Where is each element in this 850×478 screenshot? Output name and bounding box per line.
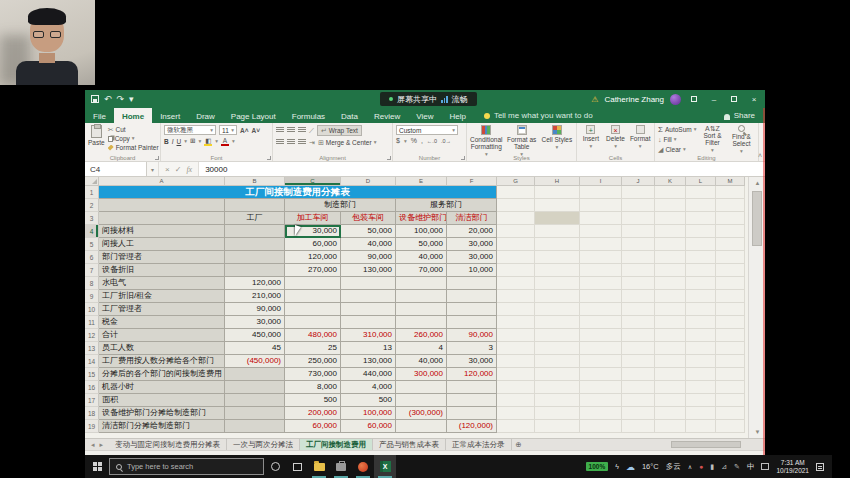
cell-h10[interactable]: [535, 303, 580, 316]
wrap-text-button[interactable]: ↵Wrap Text: [317, 125, 362, 136]
cell-d13[interactable]: 13: [341, 342, 396, 355]
number-format-select[interactable]: Custom▾: [396, 125, 458, 135]
row-header-7[interactable]: 7: [85, 264, 99, 277]
cortana-button[interactable]: [264, 455, 286, 478]
cell-l16[interactable]: [686, 381, 716, 394]
cell-l19[interactable]: [686, 420, 716, 433]
cell-d17[interactable]: 500: [341, 394, 396, 407]
cell-k10[interactable]: [655, 303, 686, 316]
fill-button[interactable]: ↓Fill▾: [658, 135, 696, 144]
row-header-16[interactable]: 16: [85, 381, 99, 394]
cell-m5[interactable]: [716, 238, 745, 251]
cell-g11[interactable]: [497, 316, 535, 329]
new-sheet-button[interactable]: ⊕: [512, 439, 526, 450]
cell-g18[interactable]: [497, 407, 535, 420]
ribbon-tab-view[interactable]: View: [408, 108, 441, 123]
cell-g4[interactable]: [497, 225, 535, 238]
cell-j7[interactable]: [622, 264, 655, 277]
cell-h11[interactable]: [535, 316, 580, 329]
cell-l14[interactable]: [686, 355, 716, 368]
cell-f12[interactable]: 90,000: [447, 329, 497, 342]
cell-e16[interactable]: [396, 381, 447, 394]
cell-f15[interactable]: 120,000: [447, 368, 497, 381]
cell-m1[interactable]: [716, 186, 745, 199]
column-header-c[interactable]: C: [285, 177, 341, 186]
cell-m2[interactable]: [716, 199, 745, 212]
cell-h2[interactable]: [535, 199, 580, 212]
ribbon-tab-page-layout[interactable]: Page Layout: [223, 108, 284, 123]
fx-icon[interactable]: fx: [186, 165, 192, 174]
cell-e6[interactable]: 40,000: [396, 251, 447, 264]
cell-i19[interactable]: [580, 420, 622, 433]
decrease-font-button[interactable]: A˅: [252, 127, 261, 134]
ribbon-tab-help[interactable]: Help: [441, 108, 473, 123]
cell-h19[interactable]: [535, 420, 580, 433]
font-color-button[interactable]: A: [221, 137, 229, 145]
cell-i2[interactable]: [580, 199, 622, 212]
cell-j13[interactable]: [622, 342, 655, 355]
cell-l13[interactable]: [686, 342, 716, 355]
cell-l2[interactable]: [686, 199, 716, 212]
column-header-l[interactable]: L: [686, 177, 716, 186]
cell-d12[interactable]: 310,000: [341, 329, 396, 342]
briefcase-app-button[interactable]: [330, 455, 352, 478]
cell-l17[interactable]: [686, 394, 716, 407]
factory-column-header[interactable]: 工厂: [225, 212, 285, 225]
microphone-icon[interactable]: ▮: [710, 463, 714, 471]
cell-b13[interactable]: 45: [225, 342, 285, 355]
ribbon-display-options-button[interactable]: [687, 95, 701, 104]
cell-j18[interactable]: [622, 407, 655, 420]
cell-h3[interactable]: [535, 212, 580, 225]
cell-k6[interactable]: [655, 251, 686, 264]
row-header-19[interactable]: 19: [85, 420, 99, 433]
cell-d8[interactable]: [341, 277, 396, 290]
row-label-16[interactable]: 机器小时: [99, 381, 225, 394]
cell-m10[interactable]: [716, 303, 745, 316]
cell-d6[interactable]: 90,000: [341, 251, 396, 264]
cell-f6[interactable]: 30,000: [447, 251, 497, 264]
cell-i9[interactable]: [580, 290, 622, 303]
cell-b7[interactable]: [225, 264, 285, 277]
cell-c8[interactable]: [285, 277, 341, 290]
cell-f17[interactable]: [447, 394, 497, 407]
cell-b12[interactable]: 450,000: [225, 329, 285, 342]
name-box-dropdown-icon[interactable]: ▾: [147, 162, 159, 176]
column-header-f[interactable]: F: [447, 177, 497, 186]
cell-g6[interactable]: [497, 251, 535, 264]
row-label-19[interactable]: 清洁部门分摊给制造部门: [99, 420, 225, 433]
dept-column-header-e[interactable]: 设备维护部门: [396, 212, 447, 225]
cell-g1[interactable]: [497, 186, 535, 199]
column-header-h[interactable]: H: [535, 177, 580, 186]
cell-m4[interactable]: [716, 225, 745, 238]
cell-j19[interactable]: [622, 420, 655, 433]
cell-m19[interactable]: [716, 420, 745, 433]
cell-k17[interactable]: [655, 394, 686, 407]
keyboard-icon[interactable]: [761, 463, 769, 470]
weather-desc[interactable]: 多云: [666, 462, 681, 472]
cell-d10[interactable]: [341, 303, 396, 316]
ribbon-tab-data[interactable]: Data: [333, 108, 366, 123]
cell-j15[interactable]: [622, 368, 655, 381]
row-label-18[interactable]: 设备维护部门分摊给制造部门: [99, 407, 225, 420]
row-label-8[interactable]: 水电气: [99, 277, 225, 290]
cell-h14[interactable]: [535, 355, 580, 368]
qat-customize-icon[interactable]: ▾: [129, 94, 134, 104]
sheet-title-cell[interactable]: 工厂间接制造费用分摊表: [99, 186, 497, 199]
cell-h17[interactable]: [535, 394, 580, 407]
cell-b10[interactable]: 90,000: [225, 303, 285, 316]
cell-h1[interactable]: [535, 186, 580, 199]
close-button[interactable]: ×: [747, 95, 761, 104]
cell-g10[interactable]: [497, 303, 535, 316]
cell-k16[interactable]: [655, 381, 686, 394]
hidden-icons-chevron-icon[interactable]: ∧: [688, 463, 692, 470]
sheet-tab-2[interactable]: 一次与两次分摊法: [227, 439, 300, 450]
cell-c13[interactable]: 25: [285, 342, 341, 355]
cell-e10[interactable]: [396, 303, 447, 316]
row-label-11[interactable]: 税金: [99, 316, 225, 329]
clear-button[interactable]: ◢Clear▾: [658, 145, 696, 154]
select-all-corner[interactable]: [85, 177, 99, 186]
share-button[interactable]: Share: [724, 108, 765, 123]
cell-j14[interactable]: [622, 355, 655, 368]
column-header-e[interactable]: E: [396, 177, 447, 186]
save-icon[interactable]: [91, 95, 99, 103]
